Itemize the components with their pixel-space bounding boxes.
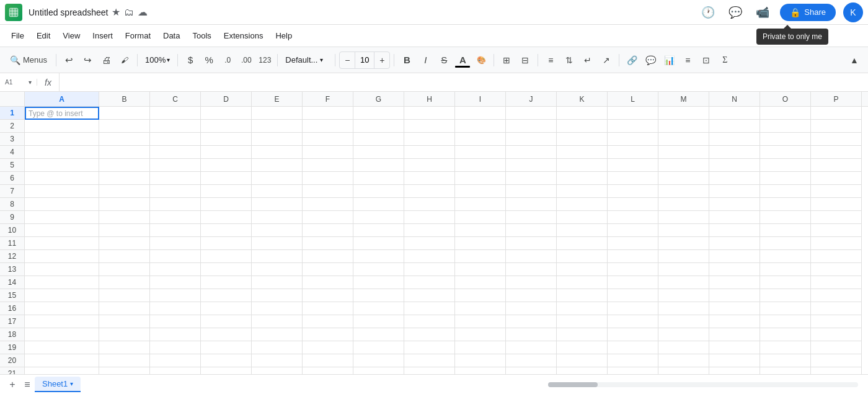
cell-B20[interactable] — [99, 354, 150, 367]
cell-I3[interactable] — [455, 133, 506, 146]
cell-C12[interactable] — [150, 250, 201, 263]
cell-E10[interactable] — [252, 224, 303, 237]
cell-L2[interactable] — [608, 120, 658, 133]
cell-J4[interactable] — [506, 146, 557, 159]
cell-A10[interactable] — [25, 224, 99, 237]
cell-D8[interactable] — [201, 198, 252, 211]
cell-D15[interactable] — [201, 289, 252, 302]
print-button[interactable]: 🖨 — [97, 51, 115, 69]
cell-E16[interactable] — [252, 302, 303, 315]
cell-M13[interactable] — [658, 263, 709, 276]
cell-I15[interactable] — [455, 289, 506, 302]
cell-D3[interactable] — [201, 133, 252, 146]
folder-icon[interactable]: 🗂 — [124, 7, 134, 18]
cell-L4[interactable] — [608, 146, 658, 159]
row-num-19[interactable]: 19 — [0, 341, 24, 354]
cell-A17[interactable] — [25, 315, 99, 328]
cell-K12[interactable] — [557, 250, 608, 263]
cell-O11[interactable] — [760, 237, 811, 250]
cell-G1[interactable] — [353, 107, 404, 120]
cell-J19[interactable] — [506, 341, 557, 354]
cell-E15[interactable] — [252, 289, 303, 302]
cell-C16[interactable] — [150, 302, 201, 315]
cell-M1[interactable] — [658, 107, 709, 120]
col-header-b[interactable]: B — [99, 92, 150, 106]
cell-B10[interactable] — [99, 224, 150, 237]
cell-C1[interactable] — [150, 107, 201, 120]
cell-N16[interactable] — [709, 302, 760, 315]
row-num-16[interactable]: 16 — [0, 302, 24, 315]
cell-B11[interactable] — [99, 237, 150, 250]
cell-G4[interactable] — [353, 146, 404, 159]
horizontal-scrollbar[interactable] — [548, 382, 858, 387]
function-button[interactable]: Σ — [716, 51, 733, 69]
cell-L20[interactable] — [608, 354, 658, 367]
cell-B6[interactable] — [99, 172, 150, 185]
cell-P6[interactable] — [811, 172, 862, 185]
cell-F9[interactable] — [303, 211, 353, 224]
cell-N21[interactable] — [709, 367, 760, 374]
cell-A7[interactable] — [25, 185, 99, 198]
cell-G9[interactable] — [353, 211, 404, 224]
cell-F3[interactable] — [303, 133, 353, 146]
cell-M20[interactable] — [658, 354, 709, 367]
cell-C17[interactable] — [150, 315, 201, 328]
cell-E17[interactable] — [252, 315, 303, 328]
cell-C9[interactable] — [150, 211, 201, 224]
cell-C10[interactable] — [150, 224, 201, 237]
cell-L3[interactable] — [608, 133, 658, 146]
cell-O9[interactable] — [760, 211, 811, 224]
row-num-3[interactable]: 3 — [0, 133, 24, 146]
cell-L18[interactable] — [608, 328, 658, 341]
cell-I8[interactable] — [455, 198, 506, 211]
cell-I17[interactable] — [455, 315, 506, 328]
cell-L8[interactable] — [608, 198, 658, 211]
cell-A4[interactable] — [25, 146, 99, 159]
align-button[interactable]: ≡ — [542, 51, 559, 69]
row-num-4[interactable]: 4 — [0, 146, 24, 159]
cell-J10[interactable] — [506, 224, 557, 237]
cell-I2[interactable] — [455, 120, 506, 133]
cell-G21[interactable] — [353, 367, 404, 374]
cell-C15[interactable] — [150, 289, 201, 302]
cell-I9[interactable] — [455, 211, 506, 224]
cell-E11[interactable] — [252, 237, 303, 250]
cell-N12[interactable] — [709, 250, 760, 263]
cell-O19[interactable] — [760, 341, 811, 354]
cell-H21[interactable] — [404, 367, 455, 374]
cell-G7[interactable] — [353, 185, 404, 198]
cell-P16[interactable] — [811, 302, 862, 315]
cell-P4[interactable] — [811, 146, 862, 159]
cell-C20[interactable] — [150, 354, 201, 367]
cell-O5[interactable] — [760, 159, 811, 172]
cell-C3[interactable] — [150, 133, 201, 146]
col-header-c[interactable]: C — [150, 92, 201, 106]
cell-I12[interactable] — [455, 250, 506, 263]
menu-extensions[interactable]: Extensions — [218, 29, 270, 43]
cell-J7[interactable] — [506, 185, 557, 198]
avatar[interactable]: K — [843, 2, 863, 22]
cell-P9[interactable] — [811, 211, 862, 224]
cell-N18[interactable] — [709, 328, 760, 341]
cell-G20[interactable] — [353, 354, 404, 367]
cell-O1[interactable] — [760, 107, 811, 120]
cell-M15[interactable] — [658, 289, 709, 302]
cell-E9[interactable] — [252, 211, 303, 224]
cell-M19[interactable] — [658, 341, 709, 354]
cell-G8[interactable] — [353, 198, 404, 211]
cell-O15[interactable] — [760, 289, 811, 302]
cell-K15[interactable] — [557, 289, 608, 302]
col-header-f[interactable]: F — [303, 92, 353, 106]
cell-L21[interactable] — [608, 367, 658, 374]
menus-button[interactable]: 🔍 Menus — [5, 51, 52, 69]
cell-J14[interactable] — [506, 276, 557, 289]
cell-I16[interactable] — [455, 302, 506, 315]
cell-B13[interactable] — [99, 263, 150, 276]
row-num-21[interactable]: 21 — [0, 367, 24, 374]
font-size-decrease-button[interactable]: − — [340, 52, 355, 68]
menu-insert[interactable]: Insert — [86, 29, 119, 43]
cell-H3[interactable] — [404, 133, 455, 146]
cell-L9[interactable] — [608, 211, 658, 224]
col-header-e[interactable]: E — [252, 92, 303, 106]
cell-A18[interactable] — [25, 328, 99, 341]
